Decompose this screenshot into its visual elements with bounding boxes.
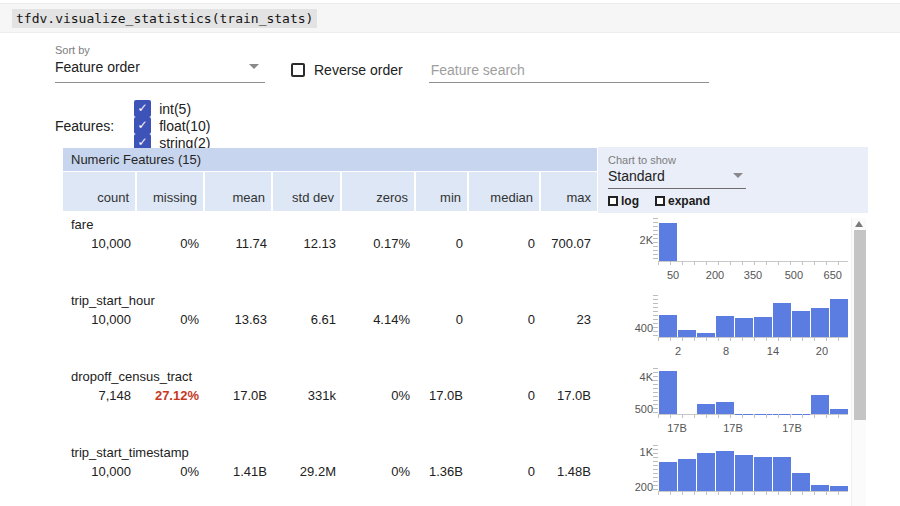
expand-checkbox[interactable] (655, 196, 665, 206)
feature-name: trip_start_timestamp (63, 445, 597, 464)
histogram-bar (716, 451, 734, 491)
x-axis-label: 17B (772, 422, 812, 434)
histogram-fare: 2K50200350500650 (615, 218, 855, 282)
cell-min: 17.0B (416, 388, 469, 403)
x-axis-ticks (658, 261, 848, 265)
features-label: Features: (55, 118, 114, 134)
numeric-features-table: Numeric Features (15) countmissingmeanst… (63, 148, 597, 506)
cell-zeros: 4.14% (342, 312, 416, 327)
cell-max: 700.07 (541, 236, 597, 251)
cell-count: 10,000 (63, 312, 137, 327)
cell-zeros: 0.17% (342, 236, 416, 251)
feature-name: dropoff_census_tract (63, 369, 597, 388)
feature-filter-int: ✓int(5) (134, 100, 210, 117)
histogram-bar (735, 455, 753, 491)
histogram-bar (716, 316, 734, 337)
log-checkbox[interactable] (608, 196, 618, 206)
cell-missing: 27.12% (137, 388, 205, 403)
histogram-plot: 281420 (658, 295, 848, 338)
cell-mean: 13.63 (205, 312, 273, 327)
x-axis-label: 50 (653, 269, 693, 281)
cell-count: 10,000 (63, 464, 137, 479)
histogram-bar (659, 462, 677, 491)
x-axis-label: 500 (774, 269, 814, 281)
column-header-min: min (416, 172, 469, 211)
histogram-plot (658, 445, 848, 492)
cell-median: 0 (469, 312, 541, 327)
cell-zeros: 0% (342, 388, 416, 403)
x-axis-label: 20 (802, 345, 842, 357)
histogram-bar (716, 402, 734, 414)
scrollbar-up-button[interactable] (852, 218, 866, 230)
reverse-order-label: Reverse order (314, 62, 403, 78)
cell-median: 0 (469, 464, 541, 479)
sort-by-select[interactable]: Feature order (55, 59, 265, 83)
cell-max: 17.0B (541, 388, 597, 403)
cell-mean: 17.0B (205, 388, 273, 403)
y-axis-label: 200 (615, 481, 653, 493)
vertical-scrollbar[interactable] (851, 218, 866, 506)
feature-filter-checkbox[interactable]: ✓ (134, 117, 151, 134)
histogram-bar (773, 303, 791, 337)
feature-filter-label: int(5) (159, 101, 191, 117)
histogram-bar (754, 317, 772, 337)
column-header-mean: mean (205, 172, 273, 211)
sort-by-value: Feature order (55, 59, 140, 75)
feature-name: trip_start_hour (63, 293, 597, 312)
cell-std-dev: 29.2M (273, 464, 342, 479)
feature-filter-label: float(10) (159, 118, 210, 134)
column-header-missing: missing (137, 172, 205, 211)
cell-missing: 0% (137, 464, 205, 479)
x-axis-label: 17B (713, 422, 753, 434)
cell-max: 1.48B (541, 464, 597, 479)
feature-filter-checkbox[interactable]: ✓ (134, 100, 151, 117)
x-axis-label: 14 (753, 345, 793, 357)
cell-min: 0 (416, 236, 469, 251)
feature-search-input[interactable] (429, 61, 709, 79)
chart-to-show-value: Standard (608, 168, 665, 184)
chart-to-show-select[interactable]: Standard (608, 168, 746, 189)
histogram-bar (773, 457, 791, 491)
cell-mean: 1.41B (205, 464, 273, 479)
log-label: log (621, 194, 639, 208)
code-text: tfdv.visualize_statistics(train_stats) (12, 9, 317, 28)
scrollbar-thumb[interactable] (854, 230, 866, 420)
histogram-bar (659, 371, 677, 414)
cell-missing: 0% (137, 236, 205, 251)
x-axis-label: 17B (657, 422, 697, 434)
histogram-bar (697, 453, 715, 491)
histogram-plot: 17B17B17B (658, 368, 848, 415)
column-header-zeros: zeros (342, 172, 416, 211)
code-cell: tfdv.visualize_statistics(train_stats) (0, 3, 900, 33)
histogram-bar (754, 457, 772, 491)
x-axis-label: 650 (813, 269, 853, 281)
cell-zeros: 0% (342, 464, 416, 479)
column-header-std-dev: std dev (273, 172, 342, 211)
histogram-trip_start_timestamp: 1K200 (615, 445, 855, 506)
cell-count: 10,000 (63, 236, 137, 251)
cell-std-dev: 12.13 (273, 236, 342, 251)
cell-min: 1.36B (416, 464, 469, 479)
histogram-bar (830, 299, 848, 337)
sort-by-label: Sort by (55, 44, 709, 56)
cell-median: 0 (469, 236, 541, 251)
x-axis-ticks (658, 414, 848, 418)
expand-label: expand (668, 194, 710, 208)
chart-panel: Chart to show Standard log expand (598, 147, 868, 213)
controls-bar: Sort by Feature order Reverse order (55, 44, 709, 83)
histogram-plot: 50200350500650 (658, 218, 848, 262)
table-title: Numeric Features (15) (63, 148, 597, 171)
x-axis-label: 350 (733, 269, 773, 281)
chart-to-show-label: Chart to show (598, 147, 868, 166)
feature-search-field (429, 61, 709, 83)
histogram-trip_start_hour: 400281420 (615, 295, 855, 358)
y-axis-label: 4K (615, 371, 653, 383)
feature-filter-float: ✓float(10) (134, 117, 210, 134)
x-axis-label: 8 (706, 345, 746, 357)
cell-std-dev: 331k (273, 388, 342, 403)
histogram-bar (659, 223, 677, 261)
y-axis-label: 1K (615, 446, 653, 458)
reverse-order-checkbox[interactable] (291, 63, 305, 77)
column-header-median: median (469, 172, 541, 211)
cell-median: 0 (469, 388, 541, 403)
